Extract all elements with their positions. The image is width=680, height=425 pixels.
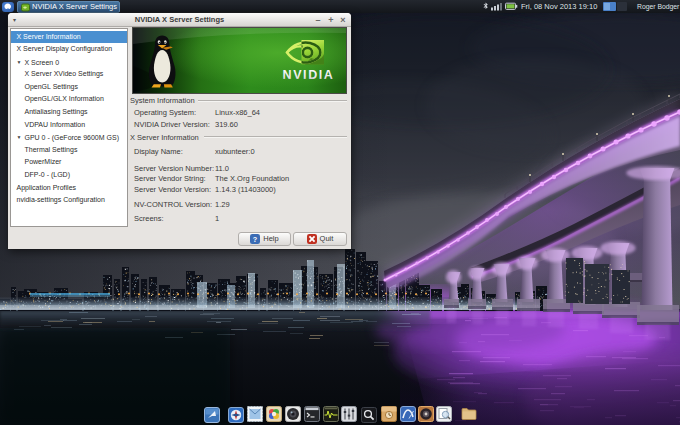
svg-text:?: ? <box>253 234 257 243</box>
svg-text:NVIDIA: NVIDIA <box>283 68 335 82</box>
